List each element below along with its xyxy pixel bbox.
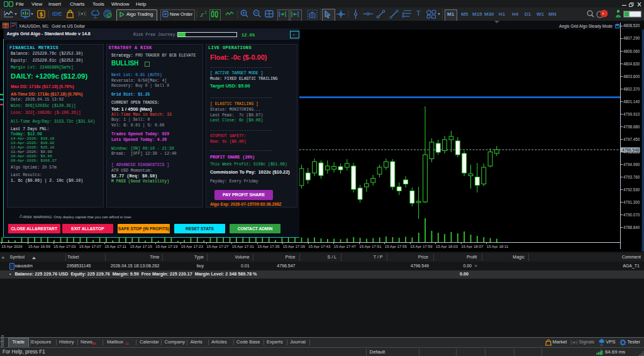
svg-text:4804.830: 4804.830	[623, 62, 640, 66]
svg-text:LVL: LVL	[616, 15, 621, 18]
svg-text:15 Apr 17:55: 15 Apr 17:55	[385, 244, 408, 248]
svg-text:15 Apr 17:19: 15 Apr 17:19	[155, 244, 178, 248]
svg-text:4790.070: 4790.070	[623, 213, 640, 217]
svg-text:15 Apr 17:39: 15 Apr 17:39	[283, 244, 306, 248]
svg-text:4798.680: 4798.680	[623, 125, 640, 129]
svg-text:4796.548: 4796.548	[622, 148, 640, 152]
svg-text:15 Apr 17:43: 15 Apr 17:43	[308, 244, 331, 248]
svg-text:4794.990: 4794.990	[623, 162, 640, 167]
svg-text:15 Apr 17:35: 15 Apr 17:35	[257, 244, 280, 248]
svg-text:15 Apr 17:31: 15 Apr 17:31	[232, 244, 255, 248]
svg-text:4806.060: 4806.060	[623, 49, 640, 53]
svg-text:4802.370: 4802.370	[623, 87, 640, 91]
svg-text:Aegis Grid Algo Steady Mode: Aegis Grid Algo Steady Mode	[559, 24, 613, 29]
svg-text:4788.840: 4788.840	[623, 225, 640, 230]
svg-text:15 Apr 17:07: 15 Apr 17:07	[79, 244, 102, 248]
svg-text:15 Apr 17:15: 15 Apr 17:15	[130, 244, 153, 248]
svg-text:15 Apr 17:47: 15 Apr 17:47	[334, 244, 357, 248]
svg-text:4808.520: 4808.520	[623, 23, 640, 28]
svg-text:4807.290: 4807.290	[623, 36, 640, 40]
svg-text:⊕: ⊕	[108, 14, 111, 18]
svg-text:15 Apr 18:11: 15 Apr 18:11	[487, 244, 509, 248]
svg-text:4801.140: 4801.140	[623, 99, 640, 104]
svg-text:4791.300: 4791.300	[623, 200, 640, 204]
svg-text:15 Apr 2026: 15 Apr 2026	[1, 244, 23, 248]
svg-text:4797.450: 4797.450	[623, 137, 640, 142]
svg-text:4799.910: 4799.910	[623, 112, 640, 116]
svg-text:15 Apr 17:03: 15 Apr 17:03	[53, 244, 76, 248]
svg-text:15 Apr 17:23: 15 Apr 17:23	[181, 244, 204, 248]
svg-text:1: 1	[204, 10, 207, 14]
svg-text:15 Apr 16:59: 15 Apr 16:59	[28, 244, 51, 248]
svg-text:4793.760: 4793.760	[623, 175, 640, 179]
svg-text:15 Apr 18:03: 15 Apr 18:03	[436, 244, 458, 248]
svg-text:4792.530: 4792.530	[623, 187, 640, 192]
svg-text:15 Apr 17:27: 15 Apr 17:27	[206, 244, 229, 248]
svg-text:15 Apr 18:07: 15 Apr 18:07	[461, 244, 484, 248]
svg-text:15 Apr 17:11: 15 Apr 17:11	[104, 244, 126, 248]
svg-text:15 Apr 17:59: 15 Apr 17:59	[410, 244, 433, 248]
svg-text:15 Apr 17:51: 15 Apr 17:51	[359, 244, 382, 248]
svg-text:4803.600: 4803.600	[623, 74, 640, 79]
